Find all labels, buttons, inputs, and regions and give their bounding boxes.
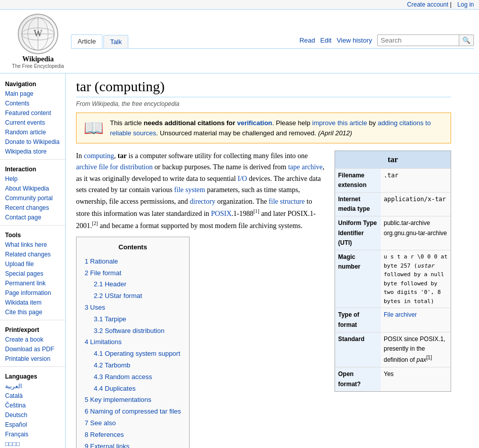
- infobox-label-filename: Filename extension: [335, 169, 381, 192]
- search-input[interactable]: [378, 35, 459, 46]
- sidebar-item-printable[interactable]: Printable version: [0, 354, 65, 363]
- infobox-value-uti: public.tar-archive org.gnu.gnu-tar-archi…: [381, 216, 451, 250]
- citation-book-icon: 📖: [84, 118, 104, 137]
- toc-item-3[interactable]: 3 Uses: [85, 302, 181, 314]
- svg-text:W: W: [34, 28, 43, 39]
- infobox-label-media: Internet media type: [335, 193, 381, 216]
- toc-item-4-1[interactable]: 4.1 Operating system support: [85, 348, 181, 360]
- sidebar-item-featured[interactable]: Featured content: [0, 108, 65, 118]
- search-box: 🔍: [377, 34, 474, 46]
- sidebar-item-whatlinks[interactable]: What links here: [0, 240, 65, 249]
- toc-item-9[interactable]: 9 External links: [85, 441, 181, 448]
- infobox-row-magic: Magic number u s t a r \0 0 0 at byte 25…: [335, 250, 451, 308]
- sidebar-item-current-events[interactable]: Current events: [0, 118, 65, 127]
- sidebar-item-community[interactable]: Community portal: [0, 193, 65, 203]
- sidebar-item-about[interactable]: About Wikipedia: [0, 183, 65, 193]
- log-in-link[interactable]: Log in: [457, 1, 474, 8]
- sidebar-item-pdf[interactable]: Download as PDF: [0, 344, 65, 354]
- sidebar-divider-2: [0, 225, 65, 226]
- toc-item-8[interactable]: 8 References: [85, 429, 181, 441]
- infobox-value-standard: POSIX since POSIX.1, presently in the de…: [381, 332, 451, 367]
- toc-item-5[interactable]: 5 Key implementations: [85, 394, 181, 406]
- computing-link[interactable]: computing: [84, 152, 114, 160]
- edit-link[interactable]: Edit: [320, 36, 331, 44]
- verification-link[interactable]: verification: [237, 119, 272, 127]
- sidebar-item-donate[interactable]: Donate to Wikipedia: [0, 137, 65, 146]
- infobox: tar Filename extension .tar Internet med…: [335, 151, 451, 392]
- logo-area: W Wikipedia The Free Encyclopedia: [5, 14, 71, 69]
- main-content: tar (computing) From Wikipedia, the free…: [66, 73, 461, 448]
- infobox-row-open: Open format? Yes: [335, 367, 451, 391]
- sidebar-item-wikidata[interactable]: Wikidata item: [0, 297, 65, 307]
- article-tabs: Article Talk Read Edit View history 🔍: [71, 34, 474, 49]
- sidebar-item-random[interactable]: Random article: [0, 127, 65, 137]
- sidebar-item-cite[interactable]: Cite this page: [0, 307, 65, 317]
- navigation-title: Navigation: [0, 78, 65, 89]
- io-link[interactable]: I/O: [238, 175, 247, 182]
- read-link[interactable]: Read: [300, 36, 315, 44]
- sidebar-item-lang-ja2[interactable]: □□□□: [0, 439, 65, 448]
- toc-item-2-1[interactable]: 2.1 Header: [85, 279, 181, 290]
- toc-item-7[interactable]: 7 See also: [85, 418, 181, 429]
- languages-title: Languages: [0, 370, 65, 381]
- sidebar-item-lang-ca[interactable]: Català: [0, 391, 65, 400]
- improve-link[interactable]: improve this article: [312, 119, 367, 127]
- sidebar-item-related[interactable]: Related changes: [0, 249, 65, 259]
- infobox-title: tar: [335, 151, 451, 168]
- infobox-row-uti: Uniform Type Identifier (UTI) public.tar…: [335, 216, 451, 250]
- infobox-label-standard: Standard: [335, 332, 381, 367]
- sidebar-item-store[interactable]: Wikipedia store: [0, 146, 65, 156]
- tab-article[interactable]: Article: [71, 34, 102, 48]
- sidebar-item-recent[interactable]: Recent changes: [0, 203, 65, 212]
- toc-item-1[interactable]: 1 Rationale: [85, 256, 181, 268]
- posix-link[interactable]: POSIX: [211, 210, 231, 217]
- tape-archive-link[interactable]: tape archive: [288, 163, 322, 171]
- create-account-link[interactable]: Create account: [407, 1, 448, 8]
- infobox-value-magic: u s t a r \0 0 0 at byte 257 (ustar foll…: [381, 250, 451, 308]
- sidebar-item-pageinfo[interactable]: Page information: [0, 288, 65, 297]
- infobox-row-standard: Standard POSIX since POSIX.1, presently …: [335, 332, 451, 367]
- infobox-value-type: File archiver: [381, 308, 451, 331]
- infobox-label-uti: Uniform Type Identifier (UTI): [335, 216, 381, 250]
- toc-item-4[interactable]: 4 Limitations: [85, 337, 181, 348]
- toc-item-6[interactable]: 6 Naming of compressed tar files: [85, 406, 181, 418]
- archive-file-link[interactable]: archive file for distribution: [76, 163, 153, 171]
- sidebar-item-lang-es[interactable]: Español: [0, 420, 65, 429]
- toc-item-4-4[interactable]: 4.4 Duplicates: [85, 383, 181, 395]
- tools-title: Tools: [0, 229, 65, 240]
- sidebar-item-help[interactable]: Help: [0, 174, 65, 183]
- sidebar-item-lang-cs[interactable]: Čeština: [0, 400, 65, 410]
- sidebar: Navigation Main page Contents Featured c…: [0, 73, 66, 448]
- sidebar-item-main-page[interactable]: Main page: [0, 89, 65, 98]
- toc-item-2[interactable]: 2 File format: [85, 268, 181, 279]
- toc-item-4-3[interactable]: 4.3 Random access: [85, 371, 181, 383]
- sidebar-item-lang-fr[interactable]: Français: [0, 429, 65, 439]
- sidebar-divider-4: [0, 366, 65, 367]
- file-structure-link[interactable]: file structure: [269, 198, 305, 205]
- sidebar-item-upload[interactable]: Upload file: [0, 259, 65, 269]
- file-archiver-link[interactable]: File archiver: [384, 311, 417, 318]
- infobox-label-magic: Magic number: [335, 250, 381, 308]
- tab-talk[interactable]: Talk: [103, 35, 128, 48]
- filesystem-link[interactable]: file system: [174, 186, 205, 194]
- sidebar-item-contents[interactable]: Contents: [0, 98, 65, 108]
- toc-title: Contents: [85, 242, 181, 253]
- sidebar-item-lang-de[interactable]: Deutsch: [0, 410, 65, 420]
- sidebar-item-permalink[interactable]: Permanent link: [0, 278, 65, 288]
- sidebar-item-lang-ar[interactable]: العربية: [0, 381, 65, 391]
- view-history-link[interactable]: View history: [337, 36, 372, 44]
- infobox-row-type: Type of format File archiver: [335, 308, 451, 331]
- sidebar-item-special[interactable]: Special pages: [0, 269, 65, 278]
- toc-item-3-2[interactable]: 3.2 Software distribution: [85, 325, 181, 337]
- toc: Contents 1 Rationale 2 File format 2.1 H…: [76, 237, 190, 448]
- sidebar-item-contact[interactable]: Contact page: [0, 212, 65, 222]
- directory-link[interactable]: directory: [190, 198, 215, 205]
- toc-item-4-2[interactable]: 4.2 Tarbomb: [85, 360, 181, 371]
- toc-item-3-1[interactable]: 3.1 Tarpipe: [85, 314, 181, 325]
- from-line: From Wikipedia, the free encyclopedia: [76, 100, 451, 107]
- infobox-label-type: Type of format: [335, 308, 381, 331]
- search-button[interactable]: 🔍: [459, 35, 473, 46]
- sidebar-divider-1: [0, 159, 65, 160]
- sidebar-item-createbook[interactable]: Create a book: [0, 334, 65, 344]
- toc-item-2-2[interactable]: 2.2 UStar format: [85, 290, 181, 302]
